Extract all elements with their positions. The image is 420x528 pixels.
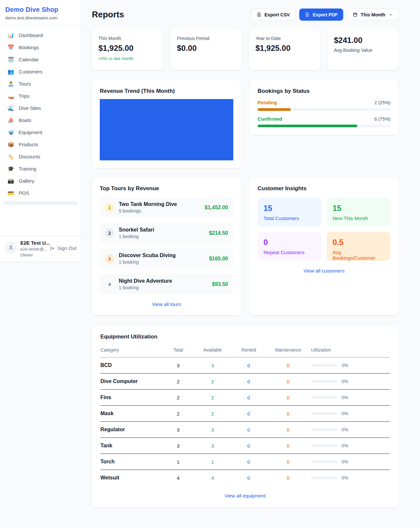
- tour-name: Discover Scuba Diving: [119, 253, 176, 258]
- user-email: e2e-tester@...: [20, 247, 47, 252]
- file-download-icon: [305, 12, 310, 17]
- sidebar: Demo Dive Shop demo.test.divestreams.com…: [0, 0, 81, 262]
- progress-fill-pending: [258, 108, 291, 111]
- sidebar-item-calendar[interactable]: 🗓️ Calendar: [3, 53, 78, 66]
- equipment-table: Category Total Available Rented Maintena…: [100, 345, 390, 486]
- wave-icon: 🌊: [7, 106, 14, 111]
- table-header-row: Category Total Available Rented Maintena…: [100, 345, 390, 357]
- cell-category: Regulator: [100, 422, 163, 438]
- sailboat-icon: ⛵: [7, 118, 14, 123]
- stat-label: Avg Booking Value: [334, 48, 392, 53]
- cell-available: 4: [193, 470, 232, 486]
- cell-total: 2: [163, 390, 193, 406]
- view-all-equipment-link[interactable]: View all equipment: [100, 493, 390, 498]
- export-csv-label: Export CSV: [264, 12, 290, 17]
- tour-name: Snorkel Safari: [119, 227, 154, 233]
- sign-out-button[interactable]: Sign Out: [50, 245, 76, 251]
- island-icon: 🏝️: [7, 81, 14, 87]
- export-pdf-button[interactable]: Export PDF: [299, 9, 343, 21]
- sidebar-item-boats[interactable]: ⛵ Boats: [3, 114, 78, 126]
- sidebar-item-pos[interactable]: 💳 POS: [3, 187, 78, 199]
- cell-rented: 0: [232, 470, 265, 486]
- stat-card-this-month: This Month $1,925.00 +0% vs last month: [92, 29, 163, 70]
- sidebar-item-dive-sites[interactable]: 🌊 Dive Sites: [3, 102, 78, 114]
- tag-icon: 🏷️: [7, 154, 14, 159]
- stat-cards: This Month $1,925.00 +0% vs last month P…: [92, 29, 398, 70]
- cell-total: 3: [163, 357, 193, 374]
- stat-card-previous-period: Previous Period $0.00: [170, 29, 241, 70]
- stat-value: $1,925.00: [98, 44, 156, 53]
- cell-rented: 0: [232, 422, 265, 438]
- people-icon: 👥: [7, 69, 14, 74]
- equipment-utilization-title: Equipment Utilization: [100, 334, 390, 340]
- tour-row: 3 Discover Scuba Diving 1 booking $165.0…: [100, 249, 233, 269]
- cell-rented: 0: [232, 438, 265, 454]
- cell-maintenance: 0: [265, 390, 311, 406]
- sidebar-item-products[interactable]: 📦 Products: [3, 138, 78, 151]
- cell-maintenance: 0: [265, 454, 311, 470]
- sidebar-item-bookings[interactable]: 📅 Bookings: [3, 41, 78, 53]
- cell-total: 3: [163, 438, 193, 454]
- table-row: BCD 3 3 0 0 0%: [100, 357, 390, 374]
- sidebar-item-label: Boats: [19, 117, 31, 123]
- stat-value: $0.00: [177, 44, 235, 53]
- tile-avg-bookings-customer: 0.5 Avg Bookings/Customer: [327, 232, 391, 261]
- utilization-percent: 0%: [342, 427, 348, 432]
- sidebar-item-customers[interactable]: 👥 Customers: [3, 66, 78, 78]
- revenue-trend-card: Revenue Trend (This Month): [92, 80, 241, 168]
- sidebar-item-label: Training: [19, 166, 36, 172]
- cell-utilization: 0%: [311, 470, 390, 486]
- sidebar-item-discounts[interactable]: 🏷️ Discounts: [3, 151, 78, 163]
- sidebar-item-tours[interactable]: 🏝️ Tours: [3, 78, 78, 90]
- sidebar-item-label: Discounts: [19, 154, 40, 159]
- view-all-tours-link[interactable]: View all tours: [100, 301, 233, 307]
- cell-rented: 0: [232, 374, 265, 390]
- sidebar-nav: 📊 Dashboard 📅 Bookings 🗓️ Calendar 👥 Cus…: [0, 25, 81, 200]
- period-label: This Month: [361, 12, 385, 17]
- cell-category: Dive Computer: [100, 374, 163, 390]
- sidebar-item-dashboard[interactable]: 📊 Dashboard: [3, 29, 78, 41]
- cell-maintenance: 0: [265, 438, 311, 454]
- tour-row: 4 Night Dive Adventure 1 booking $93.50: [100, 274, 233, 294]
- utilization-percent: 0%: [342, 443, 348, 448]
- sidebar-item-label: POS: [19, 190, 29, 196]
- cell-total: 3: [163, 422, 193, 438]
- utilization-percent: 0%: [342, 475, 348, 480]
- utilization-bar: [311, 396, 337, 399]
- sign-out-label: Sign Out: [57, 245, 76, 251]
- bookings-by-status-card: Bookings by Status Pending 2 (25%) Confi…: [250, 80, 398, 135]
- stat-value: $241.00: [334, 36, 392, 45]
- status-row-pending: Pending 2 (25%): [258, 100, 390, 111]
- cell-available: 1: [193, 454, 232, 470]
- progress-fill-confirmed: [258, 125, 357, 127]
- tile-label: Repeat Customers: [263, 250, 316, 255]
- tile-value: 0.5: [333, 238, 385, 247]
- sidebar-item-partial: [3, 201, 78, 205]
- sidebar-item-training[interactable]: 🎓 Training: [3, 163, 78, 175]
- speedboat-icon: 🚤: [7, 93, 14, 99]
- utilization-percent: 0%: [342, 411, 348, 416]
- sidebar-item-gallery[interactable]: 📸 Gallery: [3, 175, 78, 187]
- view-all-customers-link[interactable]: View all customers: [258, 268, 390, 274]
- cell-maintenance: 0: [265, 357, 311, 374]
- period-select[interactable]: This Month: [347, 9, 398, 21]
- page-title: Reports: [92, 10, 124, 20]
- dashboard-icon: 📊: [7, 33, 14, 38]
- sidebar-item-trips[interactable]: 🚤 Trips: [3, 90, 78, 102]
- cell-category: Mask: [100, 406, 163, 422]
- status-count: 2 (25%): [374, 100, 390, 105]
- tour-bookings: 5 bookings: [119, 208, 177, 213]
- cell-available: 3: [193, 357, 232, 374]
- bookings-by-status-title: Bookings by Status: [258, 88, 390, 94]
- sidebar-item-equipment[interactable]: 🤿 Equipment: [3, 126, 78, 138]
- user-meta: E2E Test U... e2e-tester@... Owner: [20, 240, 47, 257]
- customer-insights-title: Customer Insights: [258, 185, 390, 192]
- tile-total-customers: 15 Total Customers: [258, 198, 322, 227]
- brand-block: Demo Dive Shop demo.test.divestreams.com: [0, 0, 81, 25]
- credit-card-icon: 💳: [7, 191, 14, 196]
- cell-maintenance: 0: [265, 406, 311, 422]
- cell-category: Fins: [100, 390, 163, 406]
- export-csv-button[interactable]: Export CSV: [251, 9, 295, 21]
- main-content: Reports Export CSV Export PDF This Month: [81, 0, 420, 521]
- tour-row: 2 Snorkel Safari 1 booking $214.50: [100, 223, 233, 243]
